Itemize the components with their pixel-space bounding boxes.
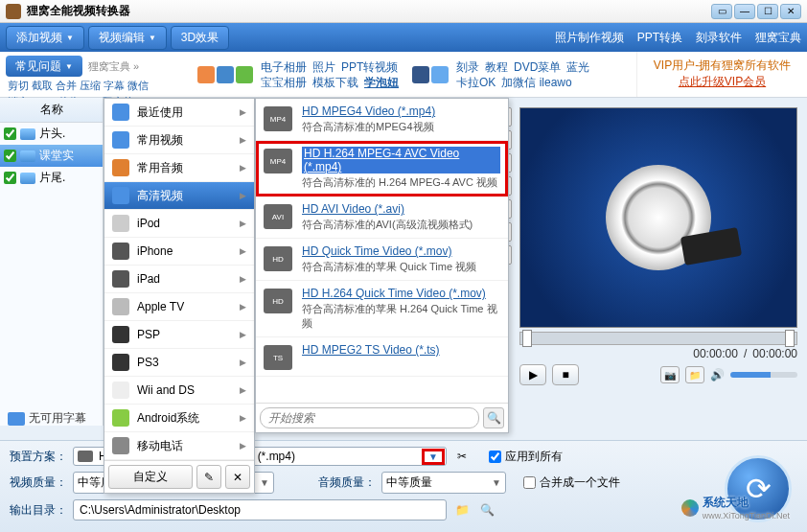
category-icon [112,382,129,399]
format-menu: MP4HD MPEG4 Video (*.mp4)符合高清标准的MPEG4视频M… [255,98,509,433]
vip-upgrade-link[interactable]: 点此升级VIP会员 [637,74,807,90]
promo-link-bold[interactable]: 学泡妞 [364,76,399,89]
timeline-start-marker[interactable] [522,330,532,347]
promo-link[interactable]: 刻录 [456,60,479,74]
open-folder-button[interactable]: 📁 [685,366,704,383]
category-item[interactable]: iPod▶ [104,210,254,238]
category-icon [112,354,129,371]
promo-link[interactable]: 卡拉OK [456,76,496,89]
category-label: 常用视频 [137,132,183,149]
sub-nav: 常见问题 ▼ 狸窝宝典 » 剪切 截取 合并 压缩 字幕 微信 消音 SWF 片… [0,52,807,98]
category-icon [112,409,129,427]
video-edit-button[interactable]: 视频编辑▼ [88,26,167,50]
promo-link[interactable]: 宝宝相册 [261,76,307,89]
rename-button[interactable]: ✎ [196,465,221,489]
volume-slider[interactable] [730,372,797,378]
category-item[interactable]: iPad▶ [104,266,254,293]
file-row[interactable]: 片头. [0,123,103,145]
category-item[interactable]: 移动电话▶ [104,432,254,460]
category-label: 常用音频 [137,160,183,176]
add-video-button[interactable]: 添加视频▼ [6,26,84,50]
category-item[interactable]: Apple TV▶ [104,293,254,321]
chevron-right-icon: ▶ [240,302,246,312]
audio-quality-combo[interactable]: 中等质量▼ [381,472,506,494]
toolbar-link[interactable]: 狸窝宝典 [755,30,801,46]
faq-links-1[interactable]: 剪切 截取 合并 压缩 字幕 微信 [8,79,192,93]
output-path-input[interactable]: C:\Users\Administrator\Desktop [73,499,447,520]
category-icon [112,437,129,454]
close-button[interactable]: ✕ [780,4,801,19]
format-item[interactable]: MP4HD H.264 MPEG-4 AVC Video (*.mp4)符合高清… [256,141,508,197]
format-item[interactable]: MP4HD MPEG4 Video (*.mp4)符合高清标准的MPEG4视频 [256,99,508,141]
preset-dropdown-icon[interactable]: ▼ [425,451,442,462]
play-button[interactable]: ▶ [519,364,546,385]
category-label: 移动电话 [137,438,183,454]
stop-button[interactable]: ■ [552,364,579,385]
category-icon [112,215,129,232]
promo-link[interactable]: 照片 [312,60,335,74]
file-checkbox[interactable] [4,127,16,140]
category-item[interactable]: Wii and DS▶ [104,377,254,405]
maximize-button[interactable]: ☐ [757,4,778,19]
category-item[interactable]: PSP▶ [104,321,254,349]
category-item[interactable]: 高清视频▶ [104,182,254,210]
open-output-button[interactable]: 🔍 [477,500,496,520]
volume-icon[interactable]: 🔊 [710,368,725,382]
vip-box: VIP用户-拥有狸窝所有软件 点此升级VIP会员 [636,52,807,97]
timeline-end-marker[interactable] [785,330,795,347]
category-item[interactable]: 最近使用▶ [104,99,254,127]
merge-checkbox[interactable] [523,476,536,489]
file-row[interactable]: 课堂实 [0,145,103,167]
preset-label: 预置方案： [10,449,67,465]
format-title: HD H.264 MPEG-4 AVC Video (*.mp4) [302,147,500,173]
minimize-button[interactable]: — [734,4,755,19]
chevron-right-icon: ▶ [240,330,246,339]
toolbar-link[interactable]: 刻录软件 [696,30,742,46]
format-item[interactable]: AVIHD AVI Video (*.avi)符合高清标准的AVI(高级流视频格… [256,197,508,239]
category-item[interactable]: iPhone▶ [104,238,254,266]
apply-all-checkbox[interactable] [489,451,501,463]
dropdown-icon: ▼ [260,477,269,488]
category-item[interactable]: 常用视频▶ [104,127,254,154]
delete-button[interactable]: ✕ [225,465,250,489]
chevron-right-icon: ▶ [240,135,246,145]
category-label: iPad [137,272,160,286]
file-checkbox[interactable] [4,150,16,162]
snapshot-button[interactable]: 📷 [660,366,680,383]
timeline-slider[interactable] [519,332,797,345]
file-row[interactable]: 片尾. [0,167,103,189]
category-icon [112,131,129,149]
toolbar-link[interactable]: PPT转换 [637,30,682,46]
brand-link[interactable]: 狸窝宝典 » [88,56,145,74]
format-desc: 符合高清标准的苹果 Quick Time 视频 [302,260,500,274]
faq-chip[interactable]: 常见问题 ▼ [6,56,82,77]
format-item[interactable]: HDHD Quick Time Video (*.mov)符合高清标准的苹果 Q… [256,239,508,281]
browse-button[interactable]: 📁 [452,500,472,520]
search-button[interactable]: 🔍 [483,407,504,428]
skin-button[interactable]: ▭ [711,4,732,19]
chevron-right-icon: ▶ [240,441,246,451]
promo-link[interactable]: 蓝光 [566,60,589,74]
settings-button[interactable]: ✂ [452,447,472,466]
app-title: 狸窝全能视频转换器 [27,3,709,19]
promo-link[interactable]: DVD菜单 [514,60,561,74]
promo-link[interactable]: 模板下载 [312,76,358,89]
promo-link[interactable]: PPT转视频 [341,60,398,74]
category-item[interactable]: Android系统▶ [104,405,254,432]
3d-effect-button[interactable]: 3D效果 [171,26,229,50]
format-search-input[interactable] [260,407,479,428]
promo-link[interactable]: 教程 [485,60,508,74]
format-icon [78,451,93,462]
promo-link[interactable]: 电子相册 [261,60,307,74]
format-item[interactable]: HDHD H.264 Quick Time Video (*.mov)符合高清标… [256,281,508,337]
file-checkbox[interactable] [4,172,16,184]
convert-button[interactable]: ⟳ [725,455,792,522]
promo-link[interactable]: 加微信 ileawo [501,76,571,89]
toolbar-link[interactable]: 照片制作视频 [555,30,624,46]
custom-button[interactable]: 自定义 [108,465,193,489]
category-item[interactable]: PS3▶ [104,349,254,377]
preview-video[interactable] [519,107,797,328]
category-item[interactable]: 常用音频▶ [104,154,254,182]
file-icon [20,150,35,162]
format-item[interactable]: TSHD MPEG2 TS Video (*.ts) [256,337,508,377]
